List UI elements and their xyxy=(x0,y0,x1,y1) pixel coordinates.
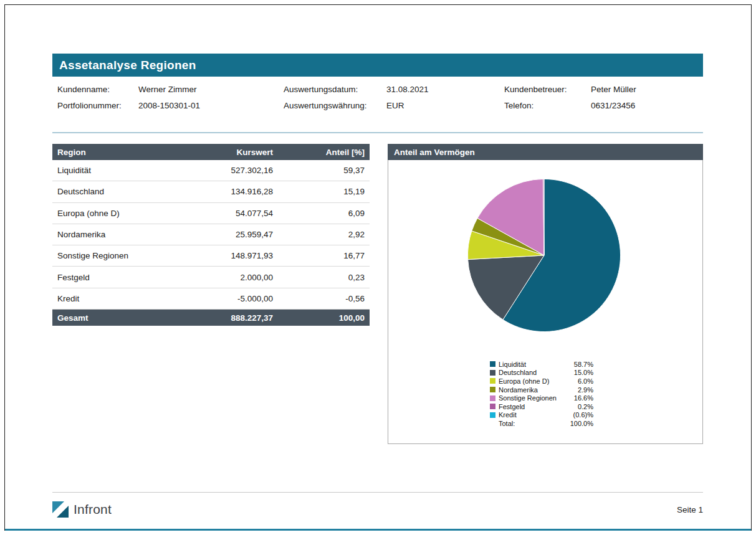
legend-percent: 6.0% xyxy=(565,377,593,385)
legend-label: Festgeld xyxy=(499,403,565,410)
cell-kurswert: 888.227,37 xyxy=(176,313,273,323)
table-row: Festgeld 2.000,00 0,23 xyxy=(52,267,370,288)
cell-kurswert: 527.302,16 xyxy=(176,166,273,175)
legend-row: Kredit (0.6)% xyxy=(490,411,593,420)
table-row: Nordamerika 25.959,47 2,92 xyxy=(52,224,370,245)
table-row: Deutschland 134.916,28 15,19 xyxy=(52,181,370,202)
cell-anteil: 15,19 xyxy=(273,187,370,196)
info-field-label: Kundenbetreuer: xyxy=(504,85,591,94)
infront-logo-icon xyxy=(52,501,69,518)
legend-percent: (0.6)% xyxy=(565,411,593,419)
cell-kurswert: 2.000,00 xyxy=(176,273,273,282)
info-field-value: Werner Zimmer xyxy=(138,85,284,94)
cell-region: Europa (ohne D) xyxy=(52,209,176,218)
report-page: Assetanalyse Regionen Kundenname: Werner… xyxy=(0,0,756,535)
cell-kurswert: 54.077,54 xyxy=(176,209,273,218)
legend-percent: 15.0% xyxy=(565,369,593,376)
table-row: Europa (ohne D) 54.077,54 6,09 xyxy=(52,203,370,224)
info-field-value: 2008-150301-01 xyxy=(138,101,284,110)
legend-swatch xyxy=(490,378,495,384)
info-row: Kundenname: Werner Zimmer Auswertungsdat… xyxy=(52,81,703,97)
legend-swatch xyxy=(490,370,495,376)
legend-label: Sonstige Regionen xyxy=(499,394,565,402)
legend-row: Nordamerika 2.9% xyxy=(490,386,593,394)
legend-row: Festgeld 0.2% xyxy=(490,402,593,411)
legend-percent: 2.9% xyxy=(565,386,593,394)
cell-anteil: 6,09 xyxy=(273,209,370,218)
table-row: Sonstige Regionen 148.971,93 16,77 xyxy=(52,245,370,267)
table-row: Liquidität 527.302,16 59,37 xyxy=(52,160,370,181)
column-header-kurswert: Kurswert xyxy=(176,148,273,157)
legend-swatch xyxy=(490,387,495,392)
chart-panel-header: Anteil am Vermögen xyxy=(388,144,703,160)
cell-region: Gesamt xyxy=(52,313,176,323)
info-field-label: Telefon: xyxy=(504,101,591,110)
info-row: Portfolionummer: 2008-150301-01 Auswertu… xyxy=(52,97,703,113)
bottom-accent-bar xyxy=(5,529,751,531)
legend-swatch xyxy=(490,361,495,367)
info-field-value: 0631/23456 xyxy=(591,101,703,110)
cell-anteil: 16,77 xyxy=(273,251,370,260)
table-total-row: Gesamt 888.227,37 100,00 xyxy=(52,310,370,326)
legend-percent: 58.7% xyxy=(565,361,593,368)
brand-name: Infront xyxy=(74,502,112,517)
cell-anteil: -0,56 xyxy=(273,294,370,303)
region-table: Region Kurswert Anteil [%] Liquidität 52… xyxy=(52,144,370,326)
cell-region: Kredit xyxy=(52,294,176,303)
content-divider xyxy=(52,132,703,133)
cell-region: Deutschland xyxy=(52,187,176,196)
cell-kurswert: 25.959,47 xyxy=(176,230,273,239)
page-number: Seite 1 xyxy=(677,505,703,514)
info-field-value: Peter Müller xyxy=(591,85,703,94)
cell-anteil: 100,00 xyxy=(273,313,370,323)
cell-kurswert: 148.971,93 xyxy=(176,251,273,260)
report-footer: Infront Seite 1 xyxy=(52,499,703,519)
legend-percent: 100.0% xyxy=(565,420,593,427)
legend-percent: 16.6% xyxy=(565,394,593,402)
chart-panel: Anteil am Vermögen Liquidität 58.7% Deut… xyxy=(388,144,703,444)
column-header-anteil: Anteil [%] xyxy=(273,148,370,157)
footer-divider xyxy=(52,492,703,493)
pie-chart xyxy=(466,178,622,333)
legend-row: Deutschland 15.0% xyxy=(490,369,593,377)
column-header-region: Region xyxy=(52,148,176,157)
cell-region: Liquidität xyxy=(52,166,176,175)
info-field-label: Auswertungswährung: xyxy=(284,101,386,110)
legend-row: Europa (ohne D) 6.0% xyxy=(490,377,593,386)
legend-swatch xyxy=(490,412,495,418)
client-info: Kundenname: Werner Zimmer Auswertungsdat… xyxy=(52,81,703,113)
cell-region: Nordamerika xyxy=(52,230,176,239)
legend-row: Liquidität 58.7% xyxy=(490,360,593,369)
cell-anteil: 0,23 xyxy=(273,273,370,282)
info-field-label: Portfolionummer: xyxy=(57,101,138,110)
chart-panel-title: Anteil am Vermögen xyxy=(394,148,475,157)
info-field-label: Auswertungsdatum: xyxy=(284,85,386,94)
legend-row: Sonstige Regionen 16.6% xyxy=(490,394,593,402)
info-field-value: 31.08.2021 xyxy=(386,85,504,94)
legend-label: Total: xyxy=(499,420,565,427)
cell-region: Sonstige Regionen xyxy=(52,251,176,260)
legend-label: Nordamerika xyxy=(499,386,565,394)
table-row: Kredit -5.000,00 -0,56 xyxy=(52,288,370,310)
legend-swatch xyxy=(490,404,495,409)
legend-total-row: Total: 100.0% xyxy=(490,419,593,428)
table-header-row: Region Kurswert Anteil [%] xyxy=(52,144,370,160)
legend-label: Kredit xyxy=(499,411,565,419)
legend-swatch xyxy=(490,395,495,401)
brand: Infront xyxy=(52,501,112,518)
cell-region: Festgeld xyxy=(52,273,176,282)
cell-kurswert: -5.000,00 xyxy=(176,294,273,303)
cell-anteil: 59,37 xyxy=(273,166,370,175)
legend-label: Europa (ohne D) xyxy=(499,377,565,385)
page-title: Assetanalyse Regionen xyxy=(59,59,196,72)
info-field-label: Kundenname: xyxy=(57,85,138,94)
chart-legend: Liquidität 58.7% Deutschland 15.0% Europ… xyxy=(490,360,593,428)
info-field-value: EUR xyxy=(386,101,504,110)
legend-label: Liquidität xyxy=(499,361,565,368)
cell-anteil: 2,92 xyxy=(273,230,370,239)
legend-percent: 0.2% xyxy=(565,403,593,410)
legend-label: Deutschland xyxy=(499,369,565,376)
chart-panel-body: Liquidität 58.7% Deutschland 15.0% Europ… xyxy=(388,160,703,444)
cell-kurswert: 134.916,28 xyxy=(176,187,273,196)
report-title-bar: Assetanalyse Regionen xyxy=(52,54,703,77)
